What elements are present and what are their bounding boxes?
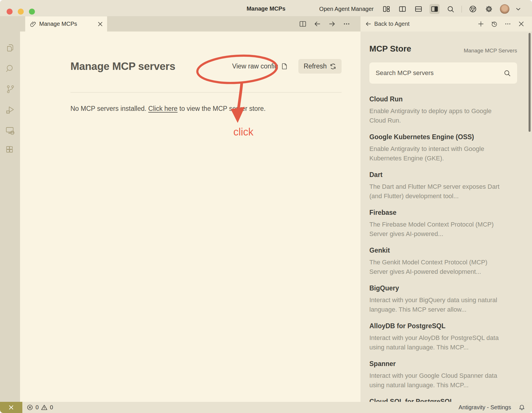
empty-state-text: No MCP servers installed. Click here to … — [70, 105, 266, 113]
panel-scrollbar[interactable] — [529, 33, 531, 132]
mcp-item-desc: Interact with your BigQuery data using n… — [369, 295, 501, 314]
zoom-window-button[interactable] — [29, 9, 35, 15]
warnings-count: 0 — [50, 404, 53, 411]
split-horizontal-icon — [415, 5, 422, 13]
settings-button[interactable] — [484, 4, 494, 14]
remote-indicator[interactable] — [0, 402, 22, 413]
errors-count: 0 — [36, 404, 39, 411]
open-agent-manager-button[interactable]: Open Agent Manager — [319, 6, 374, 12]
chevron-down-icon[interactable] — [515, 6, 521, 12]
split-horizontal-button[interactable] — [413, 4, 423, 14]
split-vertical-button[interactable] — [397, 4, 407, 14]
editor-actions — [299, 16, 350, 32]
mcp-store-item[interactable]: Cloud Run Enable Antigravity to deploy a… — [369, 95, 501, 125]
page-title: Manage MCP servers — [70, 60, 175, 72]
close-panel-icon[interactable] — [518, 21, 525, 27]
notifications-bell-icon[interactable] — [519, 404, 525, 411]
panel-right-icon — [431, 5, 438, 13]
user-avatar[interactable] — [500, 4, 509, 14]
mcp-store-item[interactable]: BigQuery Interact with your BigQuery dat… — [369, 284, 501, 314]
mcp-store-item[interactable]: Dart The Dart and Flutter MCP server exp… — [369, 171, 501, 201]
more-actions-icon[interactable] — [343, 20, 350, 27]
mcp-item-desc: Interact with your Google Cloud Spanner … — [369, 371, 501, 390]
split-vertical-icon — [399, 5, 406, 13]
window-title: Manage MCPs — [247, 0, 285, 17]
mcp-item-title: Google Kubernetes Engine (OSS) — [369, 133, 501, 141]
refresh-icon — [330, 63, 336, 70]
explorer-icon[interactable] — [5, 43, 15, 53]
annotation-overlay — [20, 32, 360, 402]
history-icon[interactable] — [491, 21, 498, 27]
manage-mcp-servers-link[interactable]: Manage MCP Servers — [464, 48, 517, 54]
minimize-window-button[interactable] — [18, 9, 24, 15]
mcp-item-title: BigQuery — [369, 284, 501, 292]
mcp-search-input[interactable] — [376, 69, 504, 77]
mcp-item-desc: The Firebase Model Context Protocol (MCP… — [369, 220, 501, 239]
app-settings-label[interactable]: Antigravity - Settings — [459, 404, 511, 411]
empty-suffix: to view the MCP server store. — [178, 105, 266, 112]
close-tab-icon[interactable] — [98, 22, 103, 26]
panel-more-icon[interactable] — [505, 21, 511, 27]
errors-icon — [27, 404, 33, 411]
extensions-icon[interactable] — [5, 145, 15, 155]
mcp-store-item[interactable]: Spanner Interact with your Google Cloud … — [369, 360, 501, 390]
search-button[interactable] — [446, 4, 456, 14]
click-here-link[interactable]: Click here — [148, 105, 178, 112]
close-window-button[interactable] — [7, 9, 13, 15]
browser-button[interactable] — [468, 4, 478, 14]
mcp-item-title: Cloud SQL for PostgreSQL — [369, 398, 501, 402]
navigate-back-icon[interactable] — [314, 20, 321, 27]
mcp-item-title: Genkit — [369, 247, 501, 254]
view-raw-config-button[interactable]: View raw config — [232, 62, 288, 70]
customize-layout-icon — [383, 5, 390, 13]
mcp-item-title: Spanner — [369, 360, 501, 368]
view-raw-config-label: View raw config — [232, 62, 278, 70]
source-control-icon[interactable] — [5, 84, 15, 94]
problems-indicator[interactable]: 0 0 — [27, 402, 53, 413]
search-icon — [447, 5, 454, 13]
customize-layout-button[interactable] — [381, 4, 391, 14]
search-sidebar-icon[interactable] — [5, 64, 15, 73]
mcp-item-desc: Enable Antigravity to interact with Goog… — [369, 144, 501, 163]
remote-chevrons-icon — [8, 404, 15, 411]
mcp-store-item[interactable]: Genkit The Genkit Model Context Protocol… — [369, 247, 501, 276]
mcp-search-box — [369, 62, 517, 84]
tab-label: Manage MCPs — [39, 21, 95, 27]
mcp-item-title: AlloyDB for PostgreSQL — [369, 322, 501, 330]
back-to-agent-button[interactable]: Back to Agent — [365, 21, 409, 27]
mcp-paperclip-icon — [30, 21, 36, 27]
tab-strip: Manage MCPs — [20, 16, 360, 32]
back-to-agent-label: Back to Agent — [374, 21, 409, 27]
mcp-item-desc: Enable Antigravity to deploy apps to Goo… — [369, 106, 501, 125]
refresh-label: Refresh — [304, 62, 327, 70]
panel-actions — [478, 21, 525, 27]
mcp-store-item[interactable]: Cloud SQL for PostgreSQL — [369, 398, 501, 402]
section-divider — [70, 92, 342, 93]
tab-manage-mcps[interactable]: Manage MCPs — [25, 16, 107, 32]
mcp-store-panel: MCP Store Manage MCP Servers Cloud Run E… — [360, 32, 532, 402]
new-conversation-icon[interactable] — [478, 21, 484, 27]
document-icon — [281, 63, 288, 70]
back-arrow-icon — [365, 21, 372, 27]
search-input-icon — [504, 70, 511, 77]
chrome-icon — [469, 5, 477, 13]
toggle-right-panel-button[interactable] — [429, 4, 440, 14]
mcp-store-item[interactable]: Google Kubernetes Engine (OSS) Enable An… — [369, 133, 501, 163]
navigate-forward-icon[interactable] — [328, 20, 336, 27]
empty-prefix: No MCP servers installed. — [70, 105, 148, 112]
remote-explorer-icon[interactable] — [5, 125, 15, 135]
mcp-item-title: Firebase — [369, 209, 501, 217]
mcp-item-desc: The Genkit Model Context Protocol (MCP) … — [369, 257, 501, 276]
activity-bar — [0, 16, 20, 402]
annotation-click-text: click — [220, 126, 266, 138]
titlebar: Manage MCPs Open Agent Manager — [0, 0, 532, 16]
window-controls — [7, 9, 35, 15]
panel-header: Back to Agent — [360, 16, 532, 32]
mcp-store-item[interactable]: Firebase The Firebase Model Context Prot… — [369, 209, 501, 239]
refresh-button[interactable]: Refresh — [298, 59, 342, 74]
titlebar-divider — [462, 6, 462, 13]
split-editor-icon[interactable] — [299, 20, 306, 27]
run-debug-icon[interactable] — [5, 105, 15, 115]
mcp-store-item[interactable]: AlloyDB for PostgreSQL Interact with you… — [369, 322, 501, 352]
gear-icon — [485, 5, 493, 13]
